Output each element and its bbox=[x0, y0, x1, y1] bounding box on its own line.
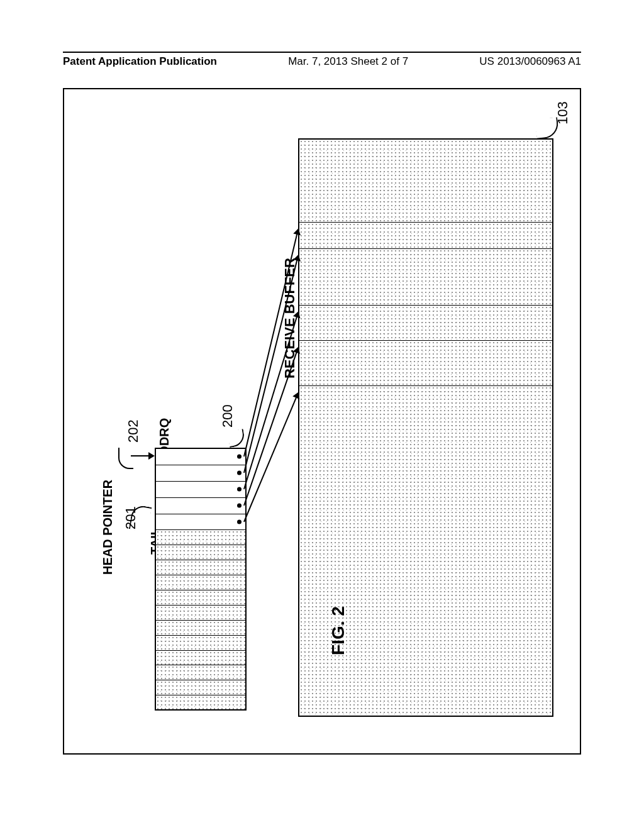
receive-buffer-segment bbox=[299, 386, 552, 716]
addrq-queue bbox=[155, 448, 247, 711]
receive-buffer-segment bbox=[299, 140, 552, 223]
addrq-row bbox=[156, 695, 245, 709]
figure-area: ADDRQ 200 HEAD POINTER 202 201 TAIL 103 … bbox=[63, 88, 581, 755]
header-center: Mar. 7, 2013 Sheet 2 of 7 bbox=[288, 55, 408, 68]
receive-buffer-segment bbox=[299, 341, 552, 386]
addrq-row bbox=[156, 498, 245, 514]
addrq-row bbox=[156, 621, 245, 636]
header-right: US 2013/0060963 A1 bbox=[479, 55, 581, 68]
header-left: Patent Application Publication bbox=[63, 55, 217, 68]
addrq-row bbox=[156, 465, 245, 482]
leader-200 bbox=[227, 429, 246, 448]
ref-200: 200 bbox=[219, 404, 236, 428]
addrq-row bbox=[156, 449, 245, 465]
page-header: Patent Application Publication Mar. 7, 2… bbox=[63, 52, 581, 68]
addrq-row bbox=[156, 545, 245, 560]
addrq-row bbox=[156, 530, 245, 545]
addrq-row bbox=[156, 575, 245, 590]
head-pointer-label: HEAD POINTER bbox=[101, 480, 115, 575]
addrq-row bbox=[156, 636, 245, 651]
receive-buffer bbox=[298, 138, 553, 717]
addrq-row bbox=[156, 560, 245, 575]
receive-buffer-segment bbox=[299, 223, 552, 249]
pointer-dot bbox=[237, 471, 242, 475]
pointer-dot bbox=[237, 519, 242, 524]
addrq-row bbox=[156, 606, 245, 621]
leader-202 bbox=[118, 448, 133, 469]
addrq-row bbox=[156, 651, 245, 666]
pointer-dot bbox=[237, 487, 242, 492]
addrq-row bbox=[156, 680, 245, 695]
receive-buffer-segment bbox=[299, 306, 552, 341]
head-pointer-arrow bbox=[131, 455, 153, 456]
addrq-row bbox=[156, 590, 245, 606]
receive-buffer-segment bbox=[299, 249, 552, 306]
ref-202: 202 bbox=[125, 419, 142, 443]
pointer-dot bbox=[237, 455, 242, 459]
addrq-row bbox=[156, 514, 245, 531]
addrq-row bbox=[156, 665, 245, 680]
addrq-row bbox=[156, 482, 245, 498]
pointer-dot bbox=[237, 504, 242, 508]
leader-103 bbox=[535, 117, 559, 140]
pointer-arrow bbox=[243, 393, 299, 523]
